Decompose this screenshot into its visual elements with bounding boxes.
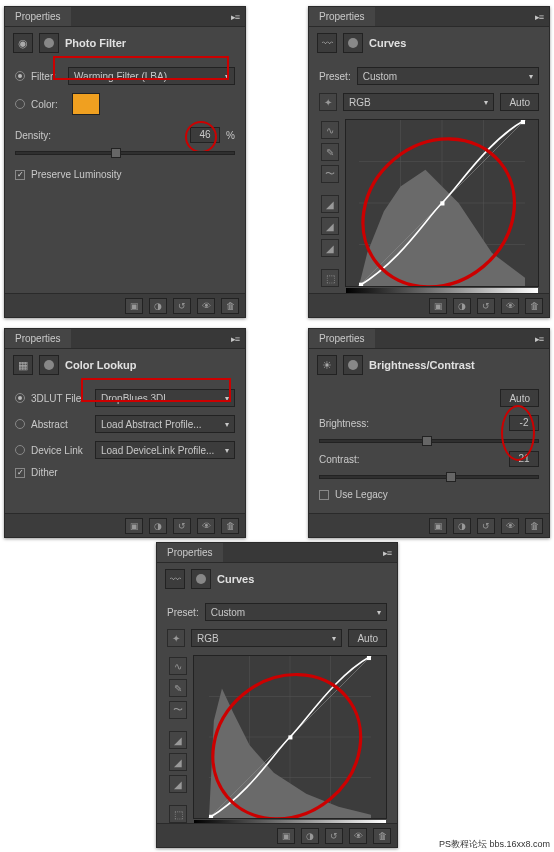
lut-dropdown[interactable]: DropBlues.3DL▾	[95, 389, 235, 407]
panel-title: Color Lookup	[65, 359, 137, 371]
reset-icon[interactable]: ↺	[173, 518, 191, 534]
visibility-icon[interactable]: 👁	[197, 298, 215, 314]
lut-label: 3DLUT File	[31, 393, 89, 404]
mask-icon[interactable]	[191, 569, 211, 589]
tab-properties[interactable]: Properties	[157, 543, 223, 562]
curves-chart[interactable]	[345, 119, 539, 287]
preset-label: Preset:	[167, 607, 199, 618]
edit-points-icon[interactable]: ⬚	[169, 805, 187, 823]
edit-points-icon[interactable]: ⬚	[321, 269, 339, 287]
smooth-tool-icon[interactable]: 〜	[169, 701, 187, 719]
view-prev-icon[interactable]: ◑	[301, 828, 319, 844]
preserve-checkbox[interactable]	[15, 170, 25, 180]
channel-dropdown[interactable]: RGB▾	[343, 93, 494, 111]
auto-button[interactable]: Auto	[500, 93, 539, 111]
clip-icon[interactable]: ▣	[429, 518, 447, 534]
clip-icon[interactable]: ▣	[125, 518, 143, 534]
abstract-radio[interactable]	[15, 419, 25, 429]
view-prev-icon[interactable]: ◑	[149, 518, 167, 534]
filter-radio[interactable]	[15, 71, 25, 81]
mask-icon[interactable]	[343, 355, 363, 375]
preserve-label: Preserve Luminosity	[31, 169, 122, 180]
tone-tool-icon[interactable]: ✦	[319, 93, 337, 111]
reset-icon[interactable]: ↺	[477, 298, 495, 314]
tone-tool-icon[interactable]: ✦	[167, 629, 185, 647]
panel-title: Brightness/Contrast	[369, 359, 475, 371]
chevron-down-icon: ▾	[332, 634, 336, 643]
trash-icon[interactable]: 🗑	[221, 518, 239, 534]
mask-icon[interactable]	[343, 33, 363, 53]
reset-icon[interactable]: ↺	[173, 298, 191, 314]
adjustment-icon: ◉	[13, 33, 33, 53]
abstract-dropdown[interactable]: Load Abstract Profile...▾	[95, 415, 235, 433]
trash-icon[interactable]: 🗑	[221, 298, 239, 314]
contrast-slider[interactable]	[319, 475, 539, 479]
pencil-tool-icon[interactable]: ✎	[321, 143, 339, 161]
eyedropper-gray-icon[interactable]: ◢	[169, 753, 187, 771]
auto-button[interactable]: Auto	[500, 389, 539, 407]
panel-brightness-contrast: Properties▸≡ ☀ Brightness/Contrast Auto …	[308, 328, 550, 538]
visibility-icon[interactable]: 👁	[197, 518, 215, 534]
preset-dropdown[interactable]: Custom▾	[357, 67, 539, 85]
reset-icon[interactable]: ↺	[325, 828, 343, 844]
panel-menu-icon[interactable]: ▸≡	[225, 12, 245, 22]
panel-menu-icon[interactable]: ▸≡	[529, 334, 549, 344]
curves-tools: ∿ ✎ 〜 ◢ ◢ ◢ ⬚	[319, 119, 341, 289]
tab-properties[interactable]: Properties	[309, 329, 375, 348]
panel-menu-icon[interactable]: ▸≡	[377, 548, 397, 558]
view-prev-icon[interactable]: ◑	[453, 298, 471, 314]
brightness-input[interactable]: -2	[509, 415, 539, 431]
eyedropper-white-icon[interactable]: ◢	[321, 239, 339, 257]
svg-rect-22	[367, 656, 371, 660]
visibility-icon[interactable]: 👁	[349, 828, 367, 844]
clip-icon[interactable]: ▣	[125, 298, 143, 314]
tab-properties[interactable]: Properties	[5, 329, 71, 348]
eyedropper-black-icon[interactable]: ◢	[321, 195, 339, 213]
curves-chart[interactable]	[193, 655, 387, 819]
color-radio[interactable]	[15, 99, 25, 109]
clip-icon[interactable]: ▣	[277, 828, 295, 844]
view-prev-icon[interactable]: ◑	[149, 298, 167, 314]
panel-menu-icon[interactable]: ▸≡	[529, 12, 549, 22]
curve-tool-icon[interactable]: ∿	[169, 657, 187, 675]
trash-icon[interactable]: 🗑	[525, 518, 543, 534]
visibility-icon[interactable]: 👁	[501, 298, 519, 314]
view-prev-icon[interactable]: ◑	[453, 518, 471, 534]
auto-button[interactable]: Auto	[348, 629, 387, 647]
density-label: Density:	[15, 130, 51, 141]
clip-icon[interactable]: ▣	[429, 298, 447, 314]
device-dropdown[interactable]: Load DeviceLink Profile...▾	[95, 441, 235, 459]
eyedropper-white-icon[interactable]: ◢	[169, 775, 187, 793]
mask-icon[interactable]	[39, 33, 59, 53]
density-input[interactable]: 46	[190, 127, 220, 143]
panel-curves-bottom: Properties▸≡ 〰 Curves Preset: Custom▾ ✦ …	[156, 542, 398, 848]
visibility-icon[interactable]: 👁	[501, 518, 519, 534]
channel-dropdown[interactable]: RGB▾	[191, 629, 342, 647]
tab-properties[interactable]: Properties	[309, 7, 375, 26]
pencil-tool-icon[interactable]: ✎	[169, 679, 187, 697]
mask-icon[interactable]	[39, 355, 59, 375]
density-unit: %	[226, 130, 235, 141]
chevron-down-icon: ▾	[377, 608, 381, 617]
color-swatch[interactable]	[72, 93, 100, 115]
dither-checkbox[interactable]	[15, 468, 25, 478]
trash-icon[interactable]: 🗑	[525, 298, 543, 314]
legacy-label: Use Legacy	[335, 489, 388, 500]
preset-dropdown[interactable]: Custom▾	[205, 603, 387, 621]
trash-icon[interactable]: 🗑	[373, 828, 391, 844]
panel-menu-icon[interactable]: ▸≡	[225, 334, 245, 344]
legacy-checkbox[interactable]	[319, 490, 329, 500]
device-label: Device Link	[31, 445, 89, 456]
eyedropper-gray-icon[interactable]: ◢	[321, 217, 339, 235]
density-slider[interactable]	[15, 151, 235, 155]
contrast-input[interactable]: 21	[509, 451, 539, 467]
brightness-slider[interactable]	[319, 439, 539, 443]
reset-icon[interactable]: ↺	[477, 518, 495, 534]
filter-dropdown[interactable]: Warming Filter (LBA) ▾	[68, 67, 235, 85]
device-radio[interactable]	[15, 445, 25, 455]
eyedropper-black-icon[interactable]: ◢	[169, 731, 187, 749]
lut-radio[interactable]	[15, 393, 25, 403]
smooth-tool-icon[interactable]: 〜	[321, 165, 339, 183]
tab-properties[interactable]: Properties	[5, 7, 71, 26]
curve-tool-icon[interactable]: ∿	[321, 121, 339, 139]
